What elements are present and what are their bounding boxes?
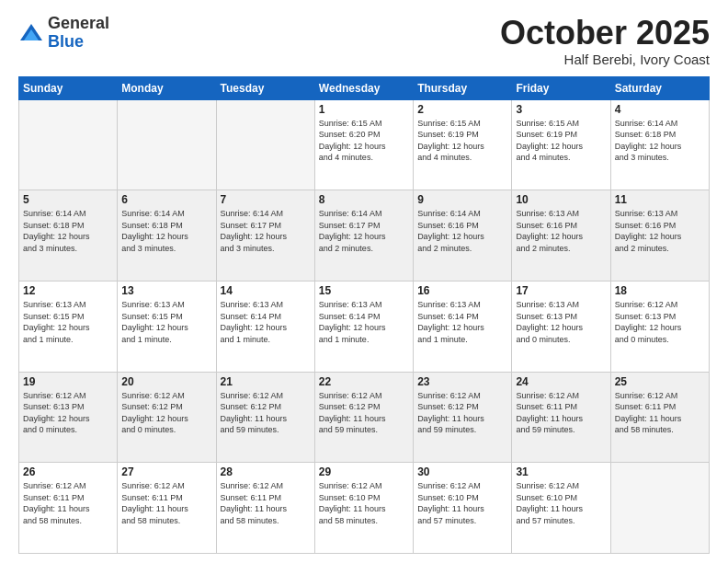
day-info: Sunrise: 6:12 AM Sunset: 6:11 PM Dayligh… — [23, 480, 113, 526]
header: General Blue October 2025 Half Berebi, I… — [18, 15, 710, 67]
calendar-cell — [216, 99, 314, 190]
day-info: Sunrise: 6:13 AM Sunset: 6:16 PM Dayligh… — [615, 208, 705, 254]
calendar-cell: 11Sunrise: 6:13 AM Sunset: 6:16 PM Dayli… — [610, 190, 709, 282]
page: General Blue October 2025 Half Berebi, I… — [0, 0, 728, 563]
month-title: October 2025 — [500, 15, 710, 52]
day-info: Sunrise: 6:14 AM Sunset: 6:17 PM Dayligh… — [319, 208, 409, 254]
day-info: Sunrise: 6:14 AM Sunset: 6:18 PM Dayligh… — [121, 208, 211, 254]
day-number: 2 — [417, 103, 507, 116]
day-number: 31 — [516, 465, 606, 478]
day-number: 15 — [319, 284, 409, 297]
calendar-cell — [19, 99, 118, 190]
calendar-cell: 14Sunrise: 6:13 AM Sunset: 6:14 PM Dayli… — [216, 281, 314, 372]
day-number: 8 — [319, 193, 409, 206]
day-number: 22 — [319, 375, 409, 388]
day-info: Sunrise: 6:14 AM Sunset: 6:17 PM Dayligh… — [221, 208, 311, 254]
calendar-cell: 2Sunrise: 6:15 AM Sunset: 6:19 PM Daylig… — [414, 99, 512, 190]
calendar-cell: 6Sunrise: 6:14 AM Sunset: 6:18 PM Daylig… — [118, 190, 216, 282]
day-number: 28 — [221, 465, 311, 478]
day-info: Sunrise: 6:13 AM Sunset: 6:15 PM Dayligh… — [23, 299, 113, 345]
calendar-cell: 8Sunrise: 6:14 AM Sunset: 6:17 PM Daylig… — [314, 190, 413, 282]
calendar-cell: 29Sunrise: 6:12 AM Sunset: 6:10 PM Dayli… — [314, 463, 413, 554]
day-number: 19 — [23, 375, 113, 388]
weekday-header-sunday: Sunday — [19, 76, 118, 99]
day-info: Sunrise: 6:12 AM Sunset: 6:11 PM Dayligh… — [615, 390, 705, 436]
title-block: October 2025 Half Berebi, Ivory Coast — [500, 15, 710, 67]
calendar-cell: 26Sunrise: 6:12 AM Sunset: 6:11 PM Dayli… — [19, 463, 118, 554]
day-number: 20 — [121, 375, 211, 388]
day-info: Sunrise: 6:15 AM Sunset: 6:20 PM Dayligh… — [319, 118, 409, 164]
day-number: 13 — [121, 284, 211, 297]
day-number: 26 — [23, 465, 113, 478]
day-info: Sunrise: 6:14 AM Sunset: 6:18 PM Dayligh… — [615, 118, 705, 164]
logo-icon — [18, 20, 44, 46]
day-number: 10 — [516, 193, 606, 206]
calendar-cell: 21Sunrise: 6:12 AM Sunset: 6:12 PM Dayli… — [216, 372, 314, 463]
weekday-header-thursday: Thursday — [414, 76, 512, 99]
calendar-header-row: SundayMondayTuesdayWednesdayThursdayFrid… — [19, 76, 710, 99]
day-number: 14 — [221, 284, 311, 297]
day-info: Sunrise: 6:12 AM Sunset: 6:12 PM Dayligh… — [417, 390, 507, 436]
calendar-cell: 23Sunrise: 6:12 AM Sunset: 6:12 PM Dayli… — [414, 372, 512, 463]
calendar-cell: 7Sunrise: 6:14 AM Sunset: 6:17 PM Daylig… — [216, 190, 314, 282]
day-info: Sunrise: 6:13 AM Sunset: 6:16 PM Dayligh… — [516, 208, 606, 254]
calendar-cell: 12Sunrise: 6:13 AM Sunset: 6:15 PM Dayli… — [19, 281, 118, 372]
day-info: Sunrise: 6:12 AM Sunset: 6:13 PM Dayligh… — [615, 299, 705, 345]
calendar-week-row: 5Sunrise: 6:14 AM Sunset: 6:18 PM Daylig… — [19, 190, 710, 282]
calendar-cell: 9Sunrise: 6:14 AM Sunset: 6:16 PM Daylig… — [414, 190, 512, 282]
day-info: Sunrise: 6:12 AM Sunset: 6:11 PM Dayligh… — [516, 390, 606, 436]
day-info: Sunrise: 6:14 AM Sunset: 6:18 PM Dayligh… — [23, 208, 113, 254]
day-info: Sunrise: 6:14 AM Sunset: 6:16 PM Dayligh… — [417, 208, 507, 254]
day-info: Sunrise: 6:12 AM Sunset: 6:13 PM Dayligh… — [23, 390, 113, 436]
day-number: 25 — [615, 375, 705, 388]
logo: General Blue — [18, 15, 109, 52]
calendar-cell: 22Sunrise: 6:12 AM Sunset: 6:12 PM Dayli… — [314, 372, 413, 463]
calendar-cell — [610, 463, 709, 554]
day-info: Sunrise: 6:13 AM Sunset: 6:15 PM Dayligh… — [121, 299, 211, 345]
day-info: Sunrise: 6:12 AM Sunset: 6:12 PM Dayligh… — [121, 390, 211, 436]
calendar-cell: 19Sunrise: 6:12 AM Sunset: 6:13 PM Dayli… — [19, 372, 118, 463]
day-info: Sunrise: 6:13 AM Sunset: 6:14 PM Dayligh… — [319, 299, 409, 345]
day-number: 27 — [121, 465, 211, 478]
day-info: Sunrise: 6:13 AM Sunset: 6:13 PM Dayligh… — [516, 299, 606, 345]
logo-text: General Blue — [48, 15, 109, 52]
calendar-table: SundayMondayTuesdayWednesdayThursdayFrid… — [18, 76, 710, 554]
day-number: 17 — [516, 284, 606, 297]
location-subtitle: Half Berebi, Ivory Coast — [500, 52, 710, 67]
calendar-cell: 16Sunrise: 6:13 AM Sunset: 6:14 PM Dayli… — [414, 281, 512, 372]
day-number: 11 — [615, 193, 705, 206]
calendar-week-row: 26Sunrise: 6:12 AM Sunset: 6:11 PM Dayli… — [19, 463, 710, 554]
weekday-header-monday: Monday — [118, 76, 216, 99]
day-info: Sunrise: 6:12 AM Sunset: 6:10 PM Dayligh… — [516, 480, 606, 526]
day-number: 21 — [221, 375, 311, 388]
weekday-header-tuesday: Tuesday — [216, 76, 314, 99]
day-info: Sunrise: 6:13 AM Sunset: 6:14 PM Dayligh… — [221, 299, 311, 345]
day-number: 18 — [615, 284, 705, 297]
day-info: Sunrise: 6:12 AM Sunset: 6:11 PM Dayligh… — [121, 480, 211, 526]
calendar-cell: 25Sunrise: 6:12 AM Sunset: 6:11 PM Dayli… — [610, 372, 709, 463]
calendar-cell: 17Sunrise: 6:13 AM Sunset: 6:13 PM Dayli… — [512, 281, 610, 372]
calendar-cell: 5Sunrise: 6:14 AM Sunset: 6:18 PM Daylig… — [19, 190, 118, 282]
day-info: Sunrise: 6:15 AM Sunset: 6:19 PM Dayligh… — [516, 118, 606, 164]
day-number: 23 — [417, 375, 507, 388]
day-info: Sunrise: 6:12 AM Sunset: 6:11 PM Dayligh… — [221, 480, 311, 526]
day-info: Sunrise: 6:15 AM Sunset: 6:19 PM Dayligh… — [417, 118, 507, 164]
logo-general: General — [48, 14, 109, 32]
day-info: Sunrise: 6:12 AM Sunset: 6:10 PM Dayligh… — [417, 480, 507, 526]
calendar-cell: 18Sunrise: 6:12 AM Sunset: 6:13 PM Dayli… — [610, 281, 709, 372]
day-info: Sunrise: 6:13 AM Sunset: 6:14 PM Dayligh… — [417, 299, 507, 345]
calendar-cell: 10Sunrise: 6:13 AM Sunset: 6:16 PM Dayli… — [512, 190, 610, 282]
day-number: 12 — [23, 284, 113, 297]
day-number: 3 — [516, 103, 606, 116]
calendar-week-row: 1Sunrise: 6:15 AM Sunset: 6:20 PM Daylig… — [19, 99, 710, 190]
day-number: 7 — [221, 193, 311, 206]
day-number: 9 — [417, 193, 507, 206]
calendar-cell: 28Sunrise: 6:12 AM Sunset: 6:11 PM Dayli… — [216, 463, 314, 554]
calendar-cell: 4Sunrise: 6:14 AM Sunset: 6:18 PM Daylig… — [610, 99, 709, 190]
day-number: 29 — [319, 465, 409, 478]
day-number: 1 — [319, 103, 409, 116]
day-number: 4 — [615, 103, 705, 116]
day-number: 5 — [23, 193, 113, 206]
day-number: 6 — [121, 193, 211, 206]
calendar-cell: 1Sunrise: 6:15 AM Sunset: 6:20 PM Daylig… — [314, 99, 413, 190]
